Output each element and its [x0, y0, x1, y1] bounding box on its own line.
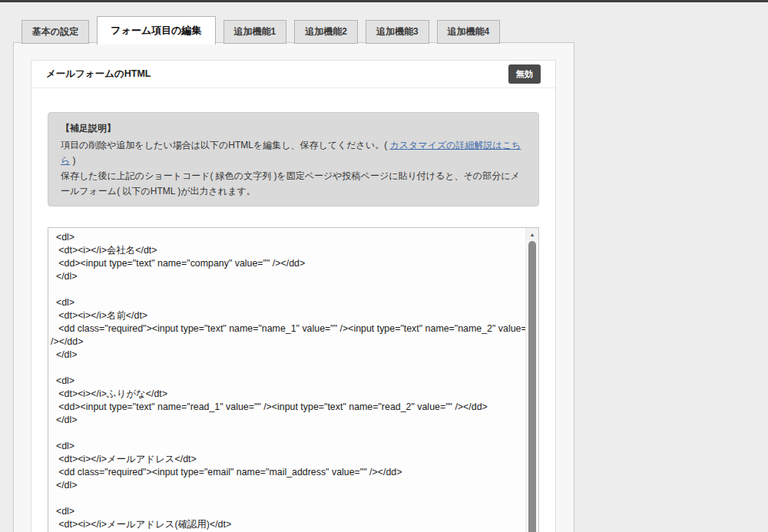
scroll-up-icon: ▲ [530, 232, 535, 237]
mail-form-html-section: メールフォームのHTML 無効 【補足説明】 項目の削除や追加をしたい場合は以下… [31, 60, 556, 532]
tab-addon-1[interactable]: 追加機能1 [223, 20, 287, 44]
note-heading: 【補足説明】 [61, 121, 526, 136]
scrollbar-thumb[interactable] [528, 241, 536, 532]
settings-tab-bar: 基本の設定 フォーム項目の編集 追加機能1 追加機能2 追加機能3 追加機能4 [22, 15, 508, 44]
section-header: メールフォームのHTML 無効 [31, 61, 555, 88]
note-line-1-text: 項目の削除や追加をしたい場合は以下のHTMLを編集し、保存してください。( [61, 140, 390, 150]
tab-addon-4[interactable]: 追加機能4 [437, 20, 501, 44]
section-body: 【補足説明】 項目の削除や追加をしたい場合は以下のHTMLを編集し、保存してくだ… [31, 88, 555, 532]
form-html-textarea[interactable]: <dl> <dt><i></i>会社名</dt> <dd><input type… [48, 228, 538, 532]
scroll-up-button[interactable]: ▲ [526, 228, 538, 240]
tab-addon-3[interactable]: 追加機能3 [366, 20, 429, 44]
window-top-edge [0, 0, 768, 2]
note-box: 【補足説明】 項目の削除や追加をしたい場合は以下のHTMLを編集し、保存してくだ… [48, 112, 539, 207]
editor-scrollbar[interactable]: ▲ [525, 228, 538, 532]
note-line-2: 保存した後に上記のショートコード( 緑色の文字列 )を固定ページや投稿ページに貼… [61, 168, 526, 199]
tab-form-items-edit[interactable]: フォーム項目の編集 [97, 16, 215, 45]
note-line-1: 項目の削除や追加をしたい場合は以下のHTMLを編集し、保存してください。( カス… [61, 137, 526, 168]
form-html-editor: <dl> <dt><i></i>会社名</dt> <dd><input type… [48, 227, 539, 532]
disable-toggle-button[interactable]: 無効 [508, 64, 541, 84]
note-line-1-suffix: ) [70, 155, 75, 166]
tab-addon-2[interactable]: 追加機能2 [294, 20, 358, 44]
tab-basic-settings[interactable]: 基本の設定 [22, 20, 89, 44]
section-title: メールフォームのHTML [46, 68, 151, 81]
